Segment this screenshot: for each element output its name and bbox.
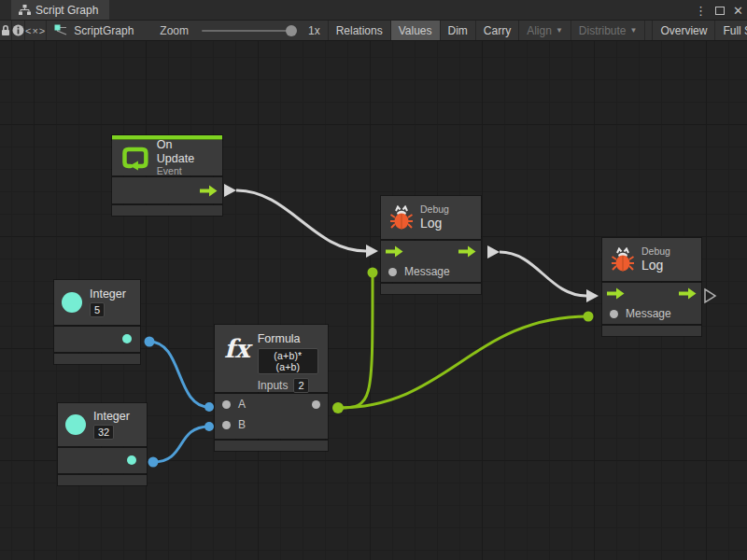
info-button[interactable] [12, 21, 25, 40]
button-label: Overview [660, 24, 707, 37]
port-out-log1-triangle[interactable] [487, 245, 500, 259]
code-icon: <×> [25, 25, 46, 36]
input-a-port-dot[interactable] [222, 400, 231, 409]
node-footer [58, 475, 147, 485]
port-out-log2-triangle[interactable] [705, 289, 715, 302]
formula-expression-input[interactable]: (a+b)*(a+b) [258, 348, 318, 374]
graph-toolbar: <×> ScriptGraph Zoom 1x Relations Values… [0, 21, 747, 41]
node-formula[interactable]: fx Formula (a+b)*(a+b) Inputs 2 A [215, 325, 328, 451]
flow-output-arrow-icon[interactable] [458, 245, 476, 258]
tab-title: Script Graph [35, 4, 98, 17]
toolbar-button-dim[interactable]: Dim [441, 21, 476, 40]
integer-output-port[interactable] [122, 334, 132, 343]
toolbar-button-align[interactable]: Align ▼ [519, 21, 571, 40]
integer5-output-wire-dot[interactable] [145, 337, 155, 347]
inputs-count-input[interactable]: 2 [293, 378, 308, 393]
wire-log1-to-log2[interactable] [500, 252, 586, 296]
tab-bar: Script Graph ⋮ ✕ [0, 0, 747, 21]
node-on-update[interactable]: On Update Event [112, 135, 222, 216]
flow-port-row [602, 283, 701, 303]
integer-value-input[interactable]: 32 [93, 425, 114, 440]
window-menu-icon[interactable]: ⋮ [695, 5, 707, 17]
chevron-down-icon: ▼ [556, 26, 563, 35]
zoom-slider-knob[interactable] [286, 25, 297, 36]
log1-message-wire-dot[interactable] [368, 268, 378, 278]
message-port-label: Message [404, 265, 450, 278]
formula-b-wire-dot[interactable] [204, 422, 214, 431]
toolbar-button-fullscreen[interactable]: Full Screen [715, 21, 747, 40]
script-graph-asset-icon [54, 24, 68, 36]
integer-value-input[interactable]: 5 [90, 302, 105, 317]
node-ports: A B [215, 394, 328, 439]
message-port-row: Message [602, 303, 701, 324]
wire-formula-to-log2-message[interactable] [338, 316, 588, 408]
wire-formula-to-log1-message[interactable] [338, 273, 373, 408]
port-out-onupdate-triangle[interactable] [224, 184, 236, 197]
flow-input-arrow-icon[interactable] [607, 287, 625, 300]
zoom-value: 1x [308, 24, 320, 37]
flow-output-arrow-icon[interactable] [679, 287, 697, 300]
graph-name-label[interactable]: ScriptGraph [74, 24, 134, 37]
message-port-dot[interactable] [610, 310, 618, 318]
toolbar-button-relations[interactable]: Relations [329, 21, 391, 40]
toolbar-button-distribute[interactable]: Distribute ▼ [571, 21, 646, 40]
code-preview-button[interactable]: <×> [25, 21, 47, 40]
script-graph-window: Script Graph ⋮ ✕ <×> [0, 0, 747, 560]
toolbar-button-values[interactable]: Values [391, 21, 441, 40]
integer-output-port[interactable] [127, 455, 136, 465]
zoom-slider[interactable] [202, 30, 295, 32]
node-integer-32[interactable]: Integer 32 [58, 403, 147, 485]
integer-type-icon [65, 414, 86, 435]
node-debug-log-1[interactable]: Debug Log Message [381, 196, 481, 294]
button-label: Relations [336, 24, 383, 37]
result-output-port-dot[interactable] [312, 400, 320, 409]
integer32-output-wire-dot[interactable] [148, 457, 159, 468]
button-label: Align [527, 24, 552, 37]
node-header[interactable]: Integer 32 [58, 403, 147, 446]
port-in-log1-triangle[interactable] [366, 245, 378, 258]
window-maximize-icon[interactable] [715, 7, 725, 15]
node-header[interactable]: fx Formula (a+b)*(a+b) Inputs 2 [215, 325, 328, 392]
flow-input-arrow-icon[interactable] [386, 245, 403, 258]
node-header[interactable]: Debug Log [381, 196, 481, 239]
graph-canvas[interactable]: On Update Event [0, 41, 747, 560]
button-label: Carry [484, 24, 511, 37]
port-row-b: B [215, 414, 328, 435]
port-row-a: A [215, 394, 328, 414]
button-label: Dim [448, 24, 468, 37]
chevron-down-icon: ▼ [630, 26, 638, 35]
node-title: Log [420, 216, 449, 231]
node-ports: Message [381, 241, 481, 282]
toolbar-button-carry[interactable]: Carry [476, 21, 519, 40]
wire-integer5-to-formula-a[interactable] [149, 342, 209, 407]
tab-script-graph[interactable]: Script Graph [11, 0, 109, 20]
node-title: Integer [93, 410, 130, 423]
node-title: On Update [157, 138, 213, 165]
message-port-row: Message [381, 261, 481, 282]
wire-onupdate-to-log1[interactable] [236, 190, 366, 251]
input-b-label: B [238, 418, 246, 431]
formula-output-dot[interactable] [332, 402, 344, 413]
toolbar-button-overview[interactable]: Overview [652, 21, 715, 40]
input-b-port-dot[interactable] [222, 421, 231, 429]
wire-integer32-to-formula-b[interactable] [153, 427, 209, 462]
log2-message-wire-dot[interactable] [584, 312, 594, 322]
flow-port-row [381, 241, 481, 261]
node-integer-5[interactable]: Integer 5 [54, 280, 140, 364]
port-in-log2-triangle[interactable] [586, 289, 599, 302]
formula-a-wire-dot[interactable] [204, 402, 214, 412]
node-title: Log [641, 258, 670, 273]
node-header[interactable]: Integer 5 [54, 280, 140, 325]
message-port-dot[interactable] [388, 268, 397, 276]
node-footer [54, 354, 140, 364]
node-header[interactable]: On Update Event [112, 140, 222, 175]
on-update-loop-icon [121, 145, 149, 171]
lock-button[interactable] [0, 21, 12, 40]
node-header[interactable]: Debug Log [602, 238, 701, 281]
flow-output-arrow-icon[interactable] [200, 185, 218, 197]
inputs-label: Inputs [258, 379, 289, 392]
node-category: Debug [420, 203, 449, 216]
window-close-icon[interactable]: ✕ [733, 5, 743, 17]
node-debug-log-2[interactable]: Debug Log Message [602, 238, 701, 336]
graph-breadcrumb: ScriptGraph Zoom 1x [47, 21, 328, 40]
